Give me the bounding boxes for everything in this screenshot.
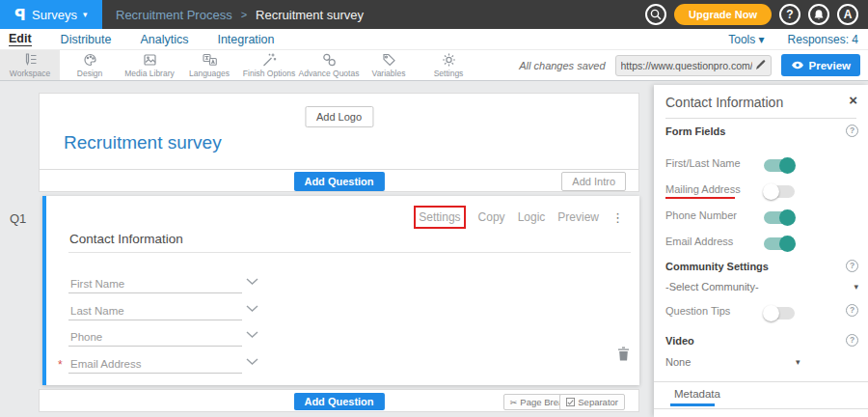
breadcrumb: Recruitment Process > Recruitment survey (116, 8, 364, 22)
field-phone[interactable]: Phone (68, 326, 242, 347)
toolbar-item-languages[interactable]: Languages (179, 50, 239, 80)
required-asterisk: * (58, 358, 63, 372)
tab-metadata[interactable]: Metadata (674, 388, 720, 400)
toolbar-item-settings[interactable]: Settings (419, 50, 478, 80)
question-settings-panel: Contact Information × Form Fields ? Firs… (654, 85, 868, 417)
question-action-copy[interactable]: Copy (478, 210, 505, 224)
chevron-down-icon[interactable] (246, 278, 258, 286)
responses-count[interactable]: Responses: 4 (788, 33, 858, 46)
breadcrumb-current: Recruitment survey (256, 8, 364, 22)
settings-gear-icon (441, 52, 457, 68)
toolbar-item-variables[interactable]: Variables (359, 50, 419, 80)
toolbar-right: All changes saved Preview (519, 50, 868, 80)
separator-icon (566, 398, 575, 406)
panel-divider (654, 381, 868, 382)
add-question-row-top: Add Question Add Intro (39, 170, 639, 192)
help-icon[interactable]: ? (846, 260, 858, 272)
languages-icon (202, 52, 218, 68)
toolbar-item-media-library[interactable]: Media Library (120, 50, 179, 80)
section-nav: Edit Distribute Analytics Integration To… (0, 29, 868, 50)
question-block-q1[interactable]: Settings Copy Logic Preview ⋮ Contact In… (42, 196, 639, 385)
panel-title: Contact Information (665, 95, 783, 110)
toggle-phone-number[interactable] (764, 211, 795, 224)
help-icon[interactable]: ? (846, 125, 858, 137)
add-intro-button[interactable]: Add Intro (561, 172, 626, 191)
nav-right: Tools ▾ Responses: 4 (728, 33, 868, 46)
question-actions: Settings Copy Logic Preview ⋮ (414, 206, 624, 229)
chevron-down-icon[interactable] (246, 331, 258, 339)
field-email-address[interactable]: Email Address (68, 353, 242, 374)
field-last-name[interactable]: Last Name (68, 300, 242, 320)
chevron-down-icon: ▾ (83, 10, 88, 19)
toolbar-item-workspace[interactable]: Workspace (0, 50, 60, 80)
toggle-question-tips[interactable] (764, 307, 795, 320)
chevron-down-icon[interactable] (246, 305, 258, 313)
tab-integration[interactable]: Integration (217, 33, 274, 46)
question-action-preview[interactable]: Preview (557, 210, 599, 224)
chevron-down-icon[interactable] (246, 358, 258, 366)
question-title-divider (68, 252, 631, 253)
chevron-down-icon: ▾ (796, 357, 800, 367)
product-name: Surveys (32, 8, 77, 22)
toggle-label-first-last-name: First/Last Name (665, 157, 741, 169)
edit-pencil-icon[interactable] (755, 60, 766, 70)
video-select[interactable]: None ▾ (665, 356, 858, 368)
question-action-logic[interactable]: Logic (518, 210, 546, 224)
toggle-mailing-address[interactable] (764, 185, 795, 198)
toggle-email-address[interactable] (764, 237, 795, 250)
toolbar-item-design[interactable]: Design (60, 50, 120, 80)
toolbar-item-advance-quotas[interactable]: Advance Quotas (299, 50, 359, 80)
video-heading: Video (665, 335, 694, 347)
question-title[interactable]: Contact Information (69, 232, 183, 246)
question-action-settings[interactable]: Settings (414, 206, 465, 229)
chevron-down-icon: ▾ (759, 33, 765, 46)
help-icon[interactable]: ? (846, 334, 858, 347)
media-library-icon (142, 52, 158, 68)
notifications-button[interactable] (808, 4, 829, 25)
bell-icon (813, 9, 825, 21)
product-menu[interactable]: P Surveys ▾ (0, 0, 102, 29)
search-button[interactable] (645, 4, 666, 25)
community-select[interactable]: -Select Community- ▾ (665, 281, 858, 292)
variables-icon (381, 52, 397, 68)
toggle-label-mailing-address: Mailing Address (665, 183, 741, 195)
tab-distribute[interactable]: Distribute (61, 33, 112, 46)
community-settings-heading: Community Settings (665, 261, 769, 272)
delete-question-icon[interactable] (617, 346, 630, 361)
topbar-actions: Upgrade Now ? A (645, 4, 868, 25)
help-icon[interactable]: ? (846, 304, 858, 317)
add-question-row-bottom: Add Question ✂ Page Break Separator (39, 389, 639, 412)
eye-icon (791, 61, 804, 70)
form-fields-heading: Form Fields (665, 125, 725, 137)
survey-url-input[interactable] (621, 60, 752, 71)
account-avatar[interactable]: A (837, 4, 858, 25)
toolbar-item-finish-options[interactable]: Finish Options (239, 50, 299, 80)
survey-title[interactable]: Recruitment survey (64, 132, 222, 153)
breadcrumb-folder[interactable]: Recruitment Process (116, 8, 232, 22)
toggle-first-last-name[interactable] (764, 159, 795, 172)
metadata-active-indicator (670, 403, 715, 406)
advance-quotas-icon (321, 52, 338, 68)
avatar-letter: A (844, 8, 853, 21)
add-question-button-top[interactable]: Add Question (293, 172, 384, 191)
help-icon: ? (786, 8, 793, 21)
toggle-label-phone-number: Phone Number (665, 209, 737, 221)
separator-button[interactable]: Separator (559, 394, 625, 410)
panel-divider (654, 408, 868, 409)
preview-button[interactable]: Preview (781, 54, 860, 76)
more-options-icon[interactable]: ⋮ (611, 210, 624, 225)
close-icon[interactable]: × (849, 92, 857, 108)
annotation-underline (665, 197, 735, 199)
chevron-down-icon: ▾ (854, 282, 858, 292)
tools-menu[interactable]: Tools ▾ (728, 33, 764, 46)
tab-edit[interactable]: Edit (9, 32, 32, 46)
question-number: Q1 (10, 211, 26, 226)
field-first-name[interactable]: First Name (68, 273, 242, 293)
help-button[interactable]: ? (779, 4, 800, 25)
add-question-button-bottom[interactable]: Add Question (293, 393, 384, 410)
toggle-label-question-tips: Question Tips (665, 305, 730, 317)
toggle-label-email-address: Email Address (665, 236, 733, 247)
add-logo-button[interactable]: Add Logo (305, 106, 373, 127)
tab-analytics[interactable]: Analytics (140, 33, 188, 46)
upgrade-now-button[interactable]: Upgrade Now (674, 4, 772, 25)
